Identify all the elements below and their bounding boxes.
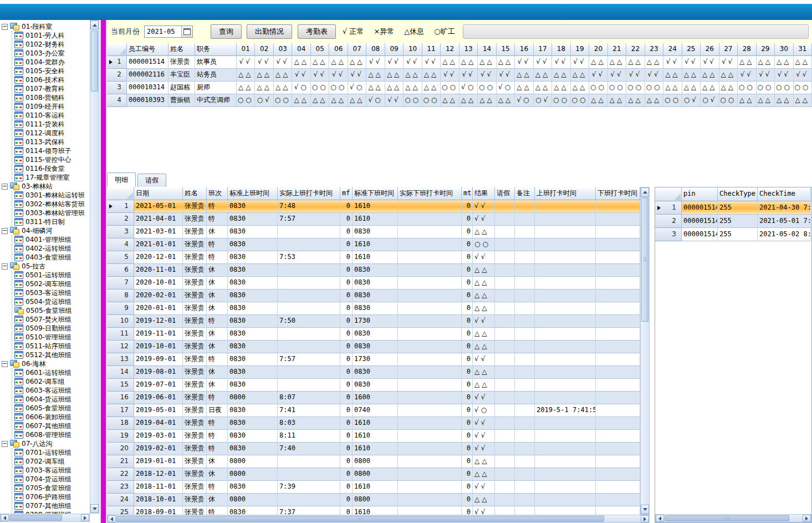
month-input[interactable] xyxy=(145,28,181,35)
employee-id-cell[interactable]: 000010393 xyxy=(127,94,168,107)
attendance-mark-cell[interactable]: ○○ xyxy=(237,94,255,107)
detail-cell[interactable]: 0 xyxy=(340,468,353,481)
attendance-mark-cell[interactable]: △△ xyxy=(366,69,385,82)
attendance-mark-cell[interactable]: √√ xyxy=(274,56,292,69)
month-date-edit[interactable] xyxy=(144,26,193,38)
detail-cell[interactable] xyxy=(495,468,515,481)
detail-cell[interactable]: △△ xyxy=(473,455,495,468)
detail-cell[interactable] xyxy=(495,226,515,238)
row-selector[interactable]: 15 xyxy=(107,379,134,392)
attendance-mark-cell[interactable]: △△ xyxy=(589,94,607,107)
detail-cell[interactable]: √√ xyxy=(473,392,495,404)
detail-cell[interactable]: 2019-03-01 xyxy=(134,430,183,443)
detail-cell[interactable] xyxy=(515,468,535,481)
detail-cell[interactable] xyxy=(495,251,515,264)
row-selector[interactable]: 10 xyxy=(107,315,134,328)
detail-cell[interactable] xyxy=(515,366,535,379)
attendance-mark-cell[interactable]: ○○ xyxy=(274,94,292,107)
detail-cell[interactable]: 张景贵 xyxy=(183,481,207,494)
attendance-mark-cell[interactable]: △△ xyxy=(738,56,756,69)
detail-cell[interactable]: 2019-06-01 xyxy=(134,392,183,404)
row-selector[interactable]: 3 xyxy=(107,82,127,94)
detail-cell[interactable]: 张景贵 xyxy=(183,443,207,455)
detail-cell[interactable]: 0 xyxy=(462,264,473,277)
detail-cell[interactable]: 1610 xyxy=(353,417,398,430)
detail-cell[interactable]: 张景贵 xyxy=(183,417,207,430)
detail-cell[interactable] xyxy=(278,468,340,481)
detail-cell[interactable]: 张景贵 xyxy=(183,200,207,213)
detail-cell[interactable]: 0 xyxy=(340,290,353,302)
detail-cell[interactable]: 0 xyxy=(340,341,353,353)
tree-expand-toggle[interactable] xyxy=(2,361,8,367)
attendance-mark-cell[interactable]: ○○ xyxy=(794,82,812,94)
detail-cell[interactable]: 2019-11-01 xyxy=(134,328,183,341)
detail-cell[interactable]: 0 xyxy=(340,366,353,379)
tree-item[interactable]: 0701-运转班组 xyxy=(12,448,90,457)
detail-cell[interactable]: 0830 xyxy=(228,366,278,379)
attendance-mark-cell[interactable]: √√ xyxy=(366,56,385,69)
tree-item[interactable]: 0110-客运科 xyxy=(12,111,90,120)
detail-cell[interactable] xyxy=(515,264,535,277)
check-cell[interactable]: 2021-04-30 7:31 xyxy=(758,201,811,215)
detail-cell[interactable] xyxy=(495,264,515,277)
detail-cell[interactable]: 1730 xyxy=(353,315,398,328)
attendance-mark-cell[interactable]: △△ xyxy=(478,56,496,69)
attendance-mark-cell[interactable]: △△ xyxy=(404,82,422,94)
attendance-row[interactable]: 3000010314赵国栋厨师△△△△△△√○○○○○√○△△△△△△△△○○√… xyxy=(107,82,812,94)
tree-item[interactable]: 0106-技术科 xyxy=(12,75,90,84)
detail-cell[interactable]: 休 xyxy=(207,341,228,353)
detail-cell[interactable]: 0800 xyxy=(228,392,278,404)
detail-cell[interactable]: 0800 xyxy=(353,455,398,468)
detail-cell[interactable]: 张景贵 xyxy=(183,251,207,264)
attendance-mark-cell[interactable]: √√ xyxy=(719,56,738,69)
attendance-mark-cell[interactable]: △△ xyxy=(348,56,366,69)
detail-cell[interactable] xyxy=(398,481,462,494)
detail-cell[interactable]: 7:37 xyxy=(278,506,340,515)
attendance-mark-cell[interactable]: △△ xyxy=(237,82,255,94)
employee-name-cell[interactable]: 丰宝臣 xyxy=(168,69,195,82)
detail-cell[interactable]: 2021-05-01 xyxy=(134,200,183,213)
detail-cell[interactable]: √√ xyxy=(473,353,495,366)
employee-title-cell[interactable]: 站务员 xyxy=(195,69,237,82)
detail-cell[interactable]: 2020-10-01 xyxy=(134,277,183,290)
attendance-mark-cell[interactable]: √○ xyxy=(292,82,310,94)
detail-cell[interactable]: 2019-12-01 xyxy=(134,315,183,328)
detail-cell[interactable]: 张景贵 xyxy=(183,213,207,226)
attendance-mark-cell[interactable]: △△ xyxy=(311,56,329,69)
detail-cell[interactable] xyxy=(515,226,535,238)
attendance-mark-cell[interactable]: √√ xyxy=(237,56,255,69)
detail-cell[interactable]: 特 xyxy=(207,251,228,264)
detail-column-header-3[interactable]: 标准上班时间 xyxy=(228,187,278,200)
detail-row[interactable]: 82020-02-01张景贵休0830008300△△ xyxy=(107,290,640,302)
detail-cell[interactable] xyxy=(535,506,596,515)
detail-cell[interactable] xyxy=(515,481,535,494)
detail-cell[interactable] xyxy=(278,302,340,315)
detail-cell[interactable]: 2021-04-01 xyxy=(134,213,183,226)
check-column-header-2[interactable]: CheckTime xyxy=(758,187,811,201)
employee-title-cell[interactable]: 厨师 xyxy=(195,82,237,94)
detail-cell[interactable]: 0830 xyxy=(228,481,278,494)
detail-column-header-0[interactable]: 日期 xyxy=(134,187,183,200)
detail-cell[interactable]: 1610 xyxy=(353,481,398,494)
detail-cell[interactable]: 0 xyxy=(462,328,473,341)
attendance-mark-cell[interactable]: ○○ xyxy=(589,82,607,94)
detail-cell[interactable]: √√ xyxy=(473,213,495,226)
employee-id-cell[interactable]: 000002116 xyxy=(127,69,168,82)
row-selector[interactable]: 6 xyxy=(107,264,134,277)
detail-cell[interactable]: 特 xyxy=(207,392,228,404)
detail-row[interactable]: 42021-01-01张景贵特0830016100○○ xyxy=(107,238,640,251)
attendance-mark-cell[interactable]: △△ xyxy=(534,82,552,94)
detail-cell[interactable]: 0 xyxy=(462,213,473,226)
detail-cell[interactable] xyxy=(596,213,640,226)
row-selector[interactable]: 20 xyxy=(107,443,134,455)
detail-cell[interactable] xyxy=(515,251,535,264)
attendance-mark-cell[interactable]: √√ xyxy=(552,56,570,69)
detail-cell[interactable]: 2020-01-01 xyxy=(134,302,183,315)
detail-row[interactable]: 252018-09-01张景贵特08307:37016100√√ xyxy=(107,506,640,515)
tree-item[interactable]: 0606-装卸班组 xyxy=(12,413,90,422)
detail-cell[interactable]: 0 xyxy=(462,379,473,392)
row-selector[interactable]: 22 xyxy=(107,468,134,481)
detail-cell[interactable]: 0 xyxy=(340,353,353,366)
detail-cell[interactable] xyxy=(596,468,640,481)
attendance-mark-cell[interactable]: √√ xyxy=(459,69,478,82)
